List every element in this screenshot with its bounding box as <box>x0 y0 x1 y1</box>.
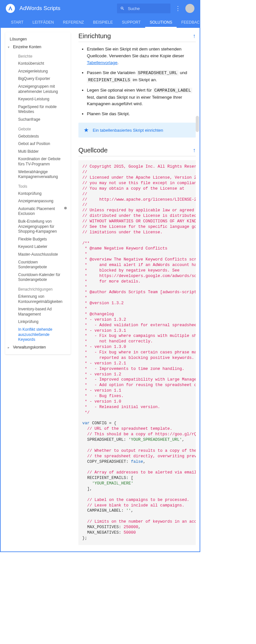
sidebar-item[interactable]: BigQuery Exporter <box>5 75 71 83</box>
sidebar-item[interactable]: Anzeigenanpassung <box>5 197 71 205</box>
code-recipient-emails: RECIPIENT_EMAILS <box>87 77 132 83</box>
sidebar-item[interactable]: Gebotstests <box>5 133 71 140</box>
sidebar: LösungenEinzelne Konten▾BerichteKontoübe… <box>1 28 73 551</box>
sidebar-item[interactable]: Kontoprüfung <box>5 190 71 198</box>
sidebar-group-3: Benachrichtigungen <box>5 284 71 293</box>
tab-solutions[interactable]: SOLUTIONS <box>145 20 177 28</box>
avatar[interactable] <box>185 4 194 13</box>
setup-step-4: Planen Sie das Skript. <box>87 111 196 117</box>
app-logo[interactable] <box>6 4 15 13</box>
setup-step-2: Passen Sie die Variablen SPREADSHEET_URL… <box>87 70 196 84</box>
more-icon[interactable]: ⋮ <box>175 5 181 12</box>
main-content: Einrichtung ↑ Erstellen Sie ein Skript m… <box>73 28 200 551</box>
sidebar-section-mcc[interactable]: Verwaltungskonten▸ <box>5 344 71 351</box>
sidebar-item[interactable]: Keyword Labeler <box>5 243 71 251</box>
setup-step-1: Erstellen Sie ein Skript mit dem unten s… <box>87 46 196 66</box>
sidebar-item[interactable]: Linkprüfung <box>5 318 71 326</box>
scroll-top-icon-2[interactable]: ↑ <box>193 147 196 154</box>
sidebar-item[interactable]: Automatic Placement Exclusion <box>5 205 71 218</box>
sidebar-item[interactable]: Wetterabhängige Kampagnenverwaltung <box>5 168 71 181</box>
header-bar: AdWords Scripts ⋮ <box>1 1 200 16</box>
sidebar-item[interactable]: PageSpeed für mobile Websites <box>5 103 71 116</box>
tab-leitfaeden[interactable]: LEITFÄDEN <box>28 20 58 28</box>
section-setup-title: Einrichtung <box>78 32 193 40</box>
app-title: AdWords Scripts <box>19 5 117 12</box>
tab-start[interactable]: START <box>6 20 28 28</box>
search-box[interactable] <box>117 4 170 13</box>
search-input[interactable] <box>128 6 167 11</box>
flag-icon <box>64 206 67 210</box>
sidebar-item[interactable]: Flexible Budgets <box>5 236 71 243</box>
sidebar-item[interactable]: Bulk-Erstellung von Anzeigengruppen für … <box>5 218 71 236</box>
scrollbar-thumb[interactable] <box>196 116 199 132</box>
sidebar-item[interactable]: Suchanfrage <box>5 116 71 124</box>
sidebar-item[interactable]: In Konflikt stehende auszuschließende Ke… <box>5 326 71 344</box>
scroll-top-icon[interactable]: ↑ <box>193 33 196 39</box>
chevron-down-icon: ▾ <box>8 45 9 49</box>
sidebar-item[interactable]: Anzeigenleistung <box>5 68 71 75</box>
setup-step-3: Legen Sie optional einen Wert für CAMPAI… <box>87 87 196 108</box>
chevron-right-icon: ▸ <box>8 345 9 350</box>
sidebar-section-accounts[interactable]: Einzelne Konten▾ <box>5 43 71 51</box>
nav-tabs: START LEITFÄDEN REFERENZ BEISPIELE SUPPO… <box>1 16 200 28</box>
sidebar-item[interactable]: Countdown Sonderangebote <box>5 259 71 271</box>
setup-steps: Erstellen Sie ein Skript mit dem unten s… <box>78 46 196 117</box>
sidebar-item[interactable]: Kontoübersicht <box>5 60 71 68</box>
sidebar-item[interactable]: Master-Ausschlussliste <box>5 251 71 259</box>
star-icon: ★ <box>84 127 89 134</box>
template-link[interactable]: Tabellenvorlage <box>87 60 118 65</box>
sidebar-item[interactable]: Gebot auf Position <box>5 140 71 148</box>
code-campaign-label: CAMPAIGN_LABEL <box>153 88 192 93</box>
sidebar-item[interactable]: Keyword-Leistung <box>5 95 71 103</box>
tab-feedback[interactable]: FEEDBACK <box>177 20 200 28</box>
sidebar-group-0: Berichte <box>5 51 71 60</box>
sidebar-item[interactable]: Multi Bidder <box>5 148 71 156</box>
sidebar-item[interactable]: Anzeigengruppen mit abnehmender Leistung <box>5 83 71 95</box>
svg-point-0 <box>64 207 67 209</box>
code-spreadsheet-url: SPREADSHEET_URL <box>137 70 179 76</box>
code-block[interactable]: // Copyright 2015, Google Inc. All Right… <box>78 160 196 545</box>
tip-link[interactable]: Ein tabellenbasiertes Skript einrichten <box>93 128 163 133</box>
tab-referenz[interactable]: REFERENZ <box>58 20 88 28</box>
sidebar-item[interactable]: Koordination der Gebote fürs TV-Programm <box>5 155 71 168</box>
sidebar-root[interactable]: Lösungen <box>5 36 71 43</box>
sidebar-item[interactable]: Inventory-based Ad Management <box>5 305 71 318</box>
sidebar-item[interactable]: Countdown-Kalender für Sonderangebote <box>5 271 71 284</box>
section-code-title: Quellcode <box>78 147 193 154</box>
content-scrollbar[interactable] <box>196 28 199 501</box>
tab-beispiele[interactable]: BEISPIELE <box>88 20 117 28</box>
sidebar-group-2: Tools <box>5 181 71 190</box>
tip-box: ★ Ein tabellenbasiertes Skript einrichte… <box>78 123 196 138</box>
tab-support[interactable]: SUPPORT <box>117 20 145 28</box>
search-icon <box>120 6 124 11</box>
sidebar-group-1: Gebote <box>5 124 71 133</box>
sidebar-item[interactable]: Erkennung von Kontounregelmäßigkeiten <box>5 293 71 305</box>
